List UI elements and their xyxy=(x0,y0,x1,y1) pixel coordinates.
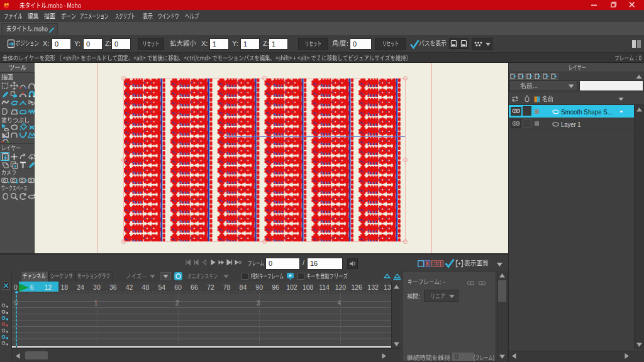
svg-text:60: 60 xyxy=(174,283,182,291)
svg-text:30: 30 xyxy=(93,283,101,291)
svg-text:108: 108 xyxy=(303,283,314,291)
svg-text:78: 78 xyxy=(223,283,231,291)
svg-text:126: 126 xyxy=(351,283,362,291)
svg-text:66: 66 xyxy=(191,283,198,291)
svg-text:2: 2 xyxy=(175,300,179,307)
svg-text:138: 138 xyxy=(384,283,391,291)
svg-text:120: 120 xyxy=(335,283,347,291)
svg-text:18: 18 xyxy=(60,283,68,291)
svg-text:90: 90 xyxy=(255,283,263,291)
svg-text:54: 54 xyxy=(158,283,165,291)
svg-text:114: 114 xyxy=(319,283,330,291)
svg-text:1: 1 xyxy=(94,300,98,307)
svg-text:72: 72 xyxy=(207,283,214,291)
svg-text:132: 132 xyxy=(367,283,379,291)
svg-text:4: 4 xyxy=(338,300,341,307)
svg-text:12: 12 xyxy=(45,283,52,291)
svg-text:84: 84 xyxy=(240,283,247,291)
svg-text:0: 0 xyxy=(14,283,18,291)
svg-text:6: 6 xyxy=(30,283,34,291)
svg-text:96: 96 xyxy=(272,283,279,291)
svg-text:36: 36 xyxy=(109,283,117,291)
svg-text:42: 42 xyxy=(126,283,133,291)
svg-text:48: 48 xyxy=(142,283,150,291)
svg-text:102: 102 xyxy=(286,283,297,291)
svg-text:24: 24 xyxy=(77,283,84,291)
svg-text:3: 3 xyxy=(257,300,260,307)
